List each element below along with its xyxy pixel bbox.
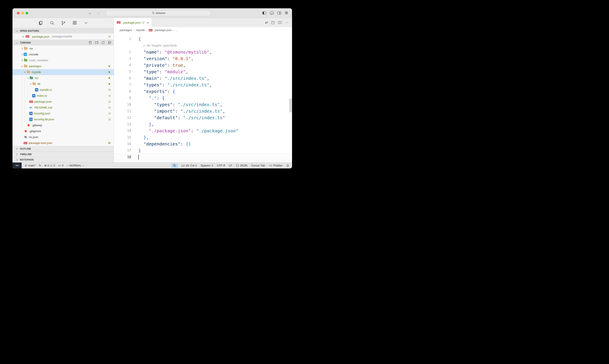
codelens-nx-targets[interactable]: ▷ Nx Targets: typecheck	[114, 42, 292, 49]
tree-item-tsconfig.json[interactable]: TStsconfig.jsonU	[13, 110, 114, 116]
tree-item-lib[interactable]: lib	[13, 81, 114, 87]
split-editor-icon[interactable]	[278, 21, 282, 24]
breadcrumb-item-package-json[interactable]: npmpackage.json	[149, 28, 172, 32]
code-line-12[interactable]: 12 "default": "./src/index.ts"	[114, 114, 292, 121]
tree-item-.gitkeep[interactable]: .gitkeep	[13, 122, 114, 128]
code-line-18[interactable]: 18	[114, 154, 292, 160]
vim-mode-indicator[interactable]: -- NORMAL --	[66, 164, 84, 167]
formatter-status[interactable]: ✓✓ Prettier	[269, 164, 282, 167]
git-branch-status[interactable]: main*	[25, 164, 36, 167]
toggle-secondary-sidebar-icon[interactable]	[277, 12, 281, 14]
open-preview-icon[interactable]	[271, 21, 274, 24]
notifications-bell[interactable]	[286, 164, 289, 167]
tree-item-package-lock.json[interactable]: npmpackage-lock.jsonM	[13, 140, 114, 146]
encoding-status[interactable]: UTF-8	[217, 164, 225, 167]
remote-indicator[interactable]: ><	[13, 163, 22, 169]
file-name: .nx	[29, 47, 33, 50]
compare-changes-icon[interactable]: ⇄	[265, 21, 268, 25]
close-tab-icon[interactable]: ×	[147, 21, 149, 25]
code-line-7[interactable]: 7 "types": "./src/index.ts",	[114, 82, 292, 88]
maximize-window-button[interactable]	[26, 12, 28, 14]
ports-status[interactable]: 0	[58, 164, 64, 167]
section-timeline[interactable]: TIMELINE	[13, 151, 114, 157]
code-line-2[interactable]: 2 "name": "@tsmono/mytslib",	[114, 49, 292, 55]
minimize-window-button[interactable]	[21, 12, 24, 14]
code-line-4[interactable]: 4 "private": true,	[114, 62, 292, 68]
file-name: tsconfig.lib.json	[34, 118, 54, 121]
tree-item-mytslib[interactable]: mytslib	[13, 69, 114, 75]
new-file-icon[interactable]	[89, 41, 92, 44]
open-editor-package-json[interactable]: × npm package.json packages/mytslib U	[13, 33, 114, 39]
code-editor[interactable]: 1{▷ Nx Targets: typecheck2 "name": "@tsm…	[114, 36, 292, 160]
refresh-icon[interactable]	[101, 41, 105, 44]
tree-item-node_modules[interactable]: node_modules	[13, 57, 114, 63]
tree-item-.vscode[interactable]: V.vscode	[13, 52, 114, 57]
code-area: 1{▷ Nx Targets: typecheck2 "name": "@tsm…	[114, 33, 292, 162]
tree-item-mytslib.ts[interactable]: TSmytslib.tsU	[13, 87, 114, 93]
activity-bar	[13, 18, 114, 28]
section-notepads[interactable]: NOTEPADS	[13, 157, 114, 162]
language-mode-status[interactable]: {} JSON	[236, 164, 247, 167]
breadcrumb-item--[interactable]: ...	[176, 28, 178, 32]
folder-green-icon	[24, 59, 27, 62]
chevron-down-icon[interactable]	[84, 21, 88, 25]
extensions-icon[interactable]	[72, 21, 77, 25]
tree-item-package.json[interactable]: npmpackage.jsonU	[13, 99, 114, 104]
section-outline[interactable]: OUTLINE	[13, 146, 114, 151]
indentation-status[interactable]: Spaces: 2	[201, 164, 213, 167]
code-line-5[interactable]: 5 "type": "module",	[114, 68, 292, 75]
source-control-icon[interactable]	[61, 21, 66, 25]
explorer-section-header[interactable]: TSMONO	[13, 39, 114, 46]
cursor-position-status[interactable]: Ln 18, Col 1	[181, 164, 197, 167]
tree-item-.nx[interactable]: .nx	[13, 46, 114, 52]
sync-status[interactable]: ↻	[39, 164, 41, 167]
code-line-14[interactable]: 14 "./package.json": "./package.json"	[114, 128, 292, 134]
code-line-15[interactable]: 15 },	[114, 134, 292, 141]
tree-item-nx.json[interactable]: Nnx.json	[13, 134, 114, 140]
navigate-forward-icon[interactable]: →	[96, 11, 100, 15]
folder-icon	[32, 82, 36, 86]
screencast-zoom-button[interactable]	[171, 163, 178, 168]
git-status-badge: U	[108, 88, 110, 91]
code-line-16[interactable]: 16 "dependencies": {}	[114, 141, 292, 147]
tree-item-src[interactable]: src	[13, 75, 114, 81]
ts-icon: TS	[32, 94, 35, 97]
code-line-1[interactable]: 1{	[114, 36, 292, 42]
explorer-icon[interactable]	[38, 21, 43, 25]
search-view-icon[interactable]	[50, 21, 54, 25]
more-actions-icon[interactable]: ⋯	[285, 21, 288, 25]
code-line-17[interactable]: 17}	[114, 147, 292, 154]
breadcrumb-item-packages[interactable]: packages	[120, 28, 132, 32]
open-editors-label: OPEN EDITORS	[20, 29, 39, 32]
code-line-8[interactable]: 8 "exports": {	[114, 88, 292, 95]
toggle-primary-sidebar-icon[interactable]	[262, 12, 266, 14]
collapse-folders-icon[interactable]	[108, 41, 111, 44]
settings-gear-icon[interactable]: ⚙	[285, 11, 288, 15]
tree-item-index.ts[interactable]: TSindex.tsU	[13, 93, 114, 99]
code-line-11[interactable]: 11 "import": "./src/index.ts",	[114, 108, 292, 114]
code-line-10[interactable]: 10 "types": "./src/index.ts",	[114, 101, 292, 108]
code-line-13[interactable]: 13 },	[114, 121, 292, 128]
tree-item-README.md[interactable]: M↓README.mdU	[13, 104, 114, 110]
tree-item-.gitignore[interactable]: .gitignore	[13, 128, 114, 134]
toggle-panel-icon[interactable]	[270, 12, 274, 14]
tab-package-json[interactable]: npm package.json U ×	[114, 18, 152, 27]
close-editor-icon[interactable]: ×	[22, 35, 24, 39]
command-center-search[interactable]: tsmono	[106, 10, 211, 16]
eol-status[interactable]: LF	[229, 164, 232, 167]
editor-scrollbar[interactable]	[289, 99, 292, 112]
breadcrumb-item-mytslib[interactable]: mytslib	[136, 28, 145, 32]
open-editors-header[interactable]: OPEN EDITORS	[13, 28, 114, 33]
problems-status[interactable]: ⊗ 0 ⚠ 0	[44, 164, 55, 167]
code-line-3[interactable]: 3 "version": "0.0.1",	[114, 55, 292, 62]
file-name: src	[35, 76, 39, 80]
navigate-back-icon[interactable]: ←	[88, 11, 92, 15]
new-folder-icon[interactable]	[95, 41, 98, 44]
code-line-6[interactable]: 6 "main": "./src/index.ts",	[114, 75, 292, 82]
tree-item-tsconfig.lib.json[interactable]: TStsconfig.lib.jsonU	[13, 116, 114, 122]
code-line-9[interactable]: 9 ".": {	[114, 95, 292, 101]
git-status-badge: U	[108, 94, 110, 97]
close-window-button[interactable]	[17, 12, 19, 14]
cursor-tab-status[interactable]: Cursor Tab	[251, 164, 265, 167]
tree-item-packages[interactable]: packages	[13, 63, 114, 69]
